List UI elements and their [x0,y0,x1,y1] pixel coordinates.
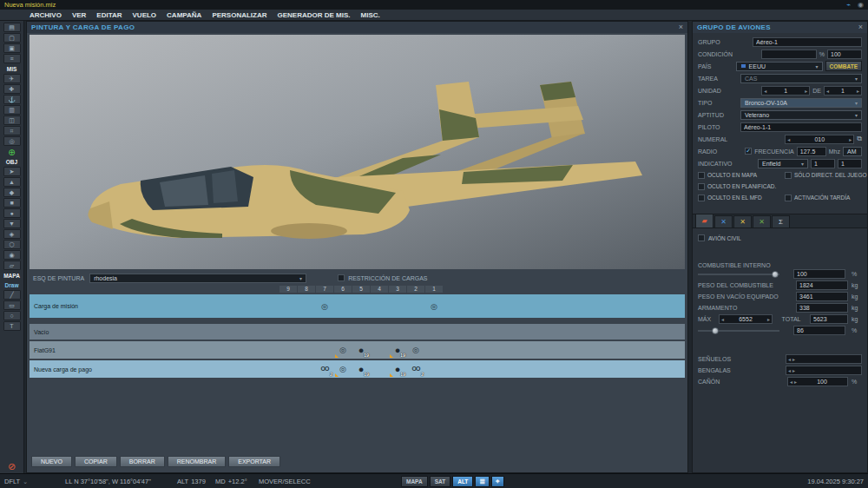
hidden-on-planner-checkbox[interactable] [698,183,705,190]
helicopter-group-icon[interactable]: ✚ [3,84,21,94]
condition-input[interactable] [761,49,817,59]
loadout-cell-8[interactable] [298,294,315,318]
hidden-on-map-checkbox[interactable] [698,172,705,179]
draw-circle-icon[interactable]: ○ [3,311,21,320]
alt-layer-button[interactable]: ALT [452,476,473,487]
callsign-number-2-input[interactable] [838,159,862,168]
static-object-icon[interactable]: ◫ [3,115,21,125]
group-name-input[interactable] [753,37,862,47]
unit-total-spinner[interactable]: ◂ 1 ▸ [824,86,862,96]
spin-left-icon[interactable]: ◂ [787,136,790,142]
unit-count-spinner[interactable]: ◂ 1 ▸ [761,86,810,96]
payload-button-copiar[interactable]: COPIAR [75,456,117,467]
flare-spinner[interactable]: ◂ ▸ [786,366,862,375]
gm-only-checkbox[interactable] [785,172,792,179]
spin-left-icon[interactable]: ◂ [788,367,791,373]
loadout-cell-2[interactable]: ◎ [407,341,424,359]
spin-left-icon[interactable]: ◂ [790,379,792,385]
loadout-cell-1[interactable]: ◎ [425,294,443,318]
tab-paint[interactable]: ▰ [695,214,713,228]
slider-thumb[interactable] [772,271,779,278]
tab-flag-green[interactable]: ✕ [753,215,771,228]
loadout-cell-4[interactable] [371,294,388,318]
spin-left-icon[interactable]: ◂ [764,88,766,94]
objective-10-icon[interactable]: ▱ [3,260,21,270]
spin-right-icon[interactable]: ▸ [792,356,795,362]
loadout-cell-4[interactable] [371,324,388,340]
loadout-cell-3[interactable] [389,324,406,340]
objective-4-icon[interactable]: ■ [3,198,21,208]
load-percent-slider[interactable] [698,327,779,334]
loadout-cell-3[interactable] [389,294,406,318]
loadout-cell-6[interactable] [334,294,352,318]
tab-payload[interactable]: ✕ [714,215,733,228]
loadout-cell-2[interactable]: ΟΟ2 [407,360,424,378]
airplane-group-icon[interactable]: ✈ [3,74,21,83]
loadout-cell-9[interactable] [279,294,297,318]
frequency-input[interactable] [797,147,826,156]
connection-status-icon[interactable]: ◉ [858,1,864,9]
loadout-cell-6[interactable]: ◎ [334,360,352,378]
loadout-cell-5[interactable] [352,294,370,318]
menu-item-1[interactable]: VER [67,11,91,19]
skill-select[interactable]: Veterano ▾ [740,110,862,120]
loadout-cell-2[interactable] [407,294,424,318]
spin-right-icon[interactable]: ▸ [794,379,797,385]
combat-button[interactable]: COMBATE [825,61,862,71]
coord-preset-dropdown[interactable]: DFLT ⌄ [4,474,28,488]
menu-item-4[interactable]: CAMPAÑA [161,11,207,19]
network-icon[interactable]: ⌁ [846,1,851,9]
draw-text-icon[interactable]: T [3,321,21,331]
spin-right-icon[interactable]: ▸ [849,136,852,142]
open-file-icon[interactable]: ▢ [3,33,21,43]
objective-2-icon[interactable]: ▲ [3,177,21,187]
close-icon[interactable]: × [679,23,683,31]
draw-line-icon[interactable]: ╱ [3,290,21,300]
loadout-row-selected[interactable]: Nueva carga de pagoΟΟ2◎●19●19ΟΟ2 [30,360,685,378]
loadout-row-normal[interactable]: FiatG91◎●19●19◎ [30,341,685,359]
loadout-cell-3[interactable]: ●19 [389,341,406,359]
objective-7-icon[interactable]: ◈ [3,229,21,239]
chaff-spinner[interactable]: ◂ ▸ [786,354,862,364]
briefing-icon[interactable]: ≡ [3,54,21,63]
loadout-cell-6[interactable] [334,324,352,340]
tail-number-spinner[interactable]: ◂ 010 ▸ [785,135,854,144]
menu-item-0[interactable]: ARCHIVO [24,11,67,19]
spin-right-icon[interactable]: ▸ [767,316,770,322]
loadout-cell-5[interactable]: ●19 [352,360,370,378]
objective-6-icon[interactable]: ▼ [3,219,21,228]
add-waypoint-icon[interactable]: ⊕ [3,147,21,156]
layers-button[interactable]: ≣ [475,476,490,487]
loadout-cell-7[interactable] [316,341,333,359]
tab-flag-yellow[interactable]: ✕ [733,215,752,228]
loadout-cell-9[interactable] [279,324,297,340]
slider-thumb[interactable] [712,327,719,334]
payload-button-nuevo[interactable]: NUEVO [31,456,72,467]
late-activation-checkbox[interactable] [785,195,792,201]
loadout-cell-9[interactable] [279,341,297,359]
loadout-row-mission[interactable]: Carga de misión◎◎ [30,294,685,318]
menu-item-5[interactable]: PERSONALIZAR [207,11,272,19]
spin-right-icon[interactable]: ▸ [857,88,859,94]
callsign-select[interactable]: Enfield ▾ [758,159,808,168]
load-percent-input[interactable] [793,326,845,335]
menu-item-2[interactable]: EDITAR [91,11,127,19]
template-icon[interactable]: ⌗ [3,126,21,135]
sat-button[interactable]: SAT [430,476,451,487]
measure-button[interactable]: ⌖ [491,476,504,487]
condition-value-input[interactable] [827,49,862,59]
payload-button-borrar[interactable]: BORRAR [120,456,165,467]
loadout-cell-5[interactable] [352,324,370,340]
loadout-cell-3[interactable]: ●19 [389,360,406,378]
max-weight-spinner[interactable]: ◂ 6552 ▸ [719,314,773,324]
objective-9-icon[interactable]: ◉ [3,250,21,260]
loadout-cell-4[interactable] [371,341,388,359]
pilot-name-input[interactable] [740,122,862,132]
trigger-zone-icon[interactable]: ◎ [3,136,21,146]
country-select[interactable]: EEUU ▾ [736,62,823,71]
delete-icon[interactable]: ⊘ [3,461,21,471]
save-file-icon[interactable]: ▣ [3,43,21,53]
loadout-cell-2[interactable] [407,324,424,340]
close-icon[interactable]: × [858,23,863,31]
internal-fuel-input[interactable] [793,269,845,279]
